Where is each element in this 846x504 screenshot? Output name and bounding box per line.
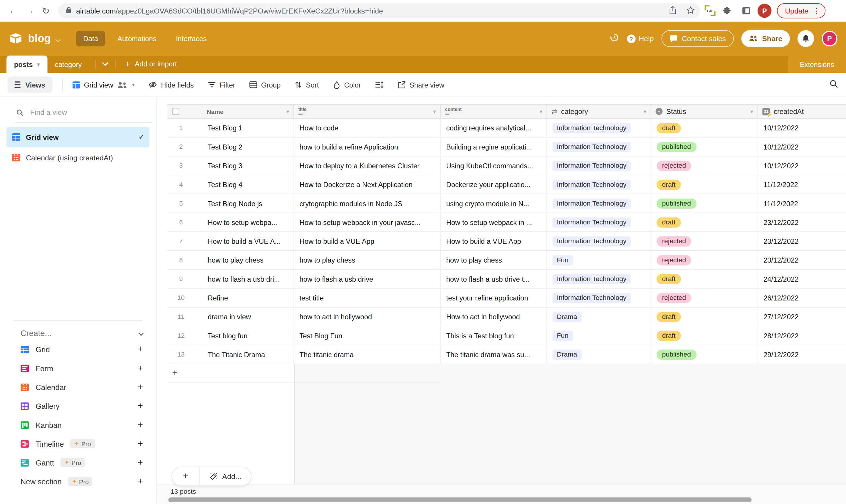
cell-title[interactable]: how to act in hollywood: [294, 307, 441, 326]
table-row[interactable]: 10Refinetest titletest your refine appli…: [167, 289, 846, 307]
create-item-form[interactable]: Form+: [0, 359, 156, 377]
create-item-timeline[interactable]: Timeline✦Pro+: [0, 434, 156, 453]
cell-content[interactable]: Building a regine applicati...: [441, 138, 547, 156]
cell-content[interactable]: The titanic drama was su...: [441, 345, 547, 364]
cell-name[interactable]: How to setup webpa...: [202, 213, 294, 231]
cell-status[interactable]: published: [651, 194, 758, 212]
sidebar-view-grid[interactable]: Grid view✓: [6, 127, 149, 147]
column-header-content[interactable]: content▾: [441, 105, 547, 118]
cell-content[interactable]: test your refine application: [441, 289, 547, 307]
add-record-button[interactable]: +: [172, 471, 199, 482]
cell-createdat[interactable]: 11/12/2022: [758, 194, 846, 212]
filter-button[interactable]: Filter: [208, 81, 235, 89]
notifications-button[interactable]: [797, 30, 814, 47]
cell-category[interactable]: Information Technology: [547, 138, 651, 156]
cell-content[interactable]: using crypto module in N...: [441, 194, 547, 212]
reload-icon[interactable]: ↻: [38, 3, 54, 19]
cell-status[interactable]: rejected: [651, 289, 758, 307]
table-row[interactable]: 6How to setup webpa...How to setup webpa…: [167, 213, 846, 232]
nav-tab-automations[interactable]: Automations: [110, 31, 163, 47]
add-view-plus-icon[interactable]: +: [138, 381, 143, 392]
cell-title[interactable]: crytographic modules in Node JS: [294, 194, 441, 212]
back-icon[interactable]: ←: [5, 3, 21, 19]
cell-name[interactable]: Test Blog 1: [202, 119, 294, 137]
bookmark-star-icon[interactable]: [686, 5, 695, 16]
table-list-chevron-icon[interactable]: [102, 61, 108, 68]
cell-status[interactable]: draft: [651, 270, 758, 288]
cell-category[interactable]: Drama: [547, 345, 651, 364]
cell-createdat[interactable]: 10/12/2022: [758, 138, 846, 156]
cell-createdat[interactable]: 10/12/2022: [758, 119, 846, 137]
user-avatar[interactable]: P: [822, 31, 837, 47]
cell-name[interactable]: Test blog fun: [202, 326, 294, 344]
add-view-plus-icon[interactable]: +: [138, 419, 143, 430]
cell-title[interactable]: test title: [294, 289, 441, 307]
column-header-status[interactable]: ▾Status▾: [651, 105, 758, 118]
browser-profile-avatar[interactable]: P: [758, 4, 772, 18]
cell-name[interactable]: How to build a VUE A...: [202, 232, 294, 250]
extensions-puzzle-icon[interactable]: [719, 3, 735, 19]
table-row[interactable]: 12Test blog funTest Blog FunThis is a Te…: [167, 326, 846, 345]
column-menu-chevron-icon[interactable]: ▾: [286, 108, 289, 114]
cell-createdat[interactable]: 23/12/2022: [758, 232, 846, 250]
group-button[interactable]: Group: [249, 81, 281, 89]
current-view-button[interactable]: Grid view ▾: [72, 81, 134, 89]
column-menu-chevron-icon[interactable]: ▾: [433, 108, 436, 114]
gif-extension-icon[interactable]: GIF: [705, 5, 716, 16]
cell-status[interactable]: draft: [651, 326, 758, 344]
cell-createdat[interactable]: 28/12/2022: [758, 326, 846, 344]
cell-category[interactable]: Information Technology: [547, 157, 651, 175]
cell-title[interactable]: how to build a refine Application: [294, 138, 441, 156]
create-item-calendar[interactable]: Calendar+: [0, 378, 156, 396]
cell-status[interactable]: rejected: [651, 232, 758, 250]
column-header-name[interactable]: Name▾: [202, 105, 294, 118]
cell-title[interactable]: how to flash a usb drive: [294, 270, 441, 288]
cell-category[interactable]: Information Technology: [547, 175, 651, 194]
share-button[interactable]: Share: [742, 30, 790, 47]
cell-createdat[interactable]: 10/12/2022: [758, 157, 846, 175]
cell-createdat[interactable]: 23/12/2022: [758, 213, 846, 231]
column-header-createdat[interactable]: 31⚡createdAt: [758, 105, 846, 118]
sort-button[interactable]: Sort: [295, 81, 319, 89]
airtable-logo[interactable]: [8, 32, 23, 44]
nav-tab-interfaces[interactable]: Interfaces: [169, 31, 214, 47]
cell-status[interactable]: draft: [651, 175, 758, 194]
cell-status[interactable]: published: [651, 138, 758, 156]
cell-createdat[interactable]: 29/12/2022: [758, 345, 846, 364]
cell-title[interactable]: How to setup webpack in your javasc...: [294, 213, 441, 231]
table-row[interactable]: 8how to play chesshow to play chesshow t…: [167, 251, 846, 270]
create-heading[interactable]: Create...: [0, 321, 156, 340]
cell-title[interactable]: Test Blog Fun: [294, 326, 441, 344]
table-row[interactable]: 4Test Blog 4How to Dockerize a Next Appl…: [167, 175, 846, 194]
contact-sales-button[interactable]: Contact sales: [661, 30, 734, 47]
cell-status[interactable]: published: [651, 345, 758, 364]
cell-createdat[interactable]: 11/12/2022: [758, 175, 846, 194]
select-all-cell[interactable]: [167, 105, 202, 118]
create-item-kanban[interactable]: Kanban+: [0, 415, 156, 434]
horizontal-scrollbar[interactable]: [168, 497, 752, 502]
add-view-plus-icon[interactable]: +: [138, 344, 143, 355]
cell-content[interactable]: How to setup webpack in ...: [441, 213, 547, 231]
cell-createdat[interactable]: 27/12/2022: [758, 307, 846, 326]
column-menu-chevron-icon[interactable]: ▾: [644, 108, 646, 114]
table-row[interactable]: 2Test Blog 2how to build a refine Applic…: [167, 138, 846, 156]
table-tab-posts[interactable]: posts▾: [6, 55, 47, 73]
column-menu-chevron-icon[interactable]: ▾: [751, 108, 753, 114]
cell-content[interactable]: Dockerize your applicatio...: [441, 175, 547, 194]
table-row[interactable]: 5Test Blog Node jscrytographic modules i…: [167, 194, 846, 213]
share-page-icon[interactable]: [669, 5, 677, 16]
cell-status[interactable]: draft: [651, 213, 758, 231]
table-menu-chevron-icon[interactable]: ▾: [37, 61, 40, 67]
cell-content[interactable]: This is a Test blog fun: [441, 326, 547, 344]
base-name[interactable]: blog: [28, 32, 51, 44]
side-panel-icon[interactable]: [738, 3, 754, 19]
cell-category[interactable]: Information Technology: [547, 232, 651, 250]
extensions-tab[interactable]: Extensions: [788, 55, 846, 73]
hide-fields-button[interactable]: Hide fields: [149, 81, 194, 89]
cell-name[interactable]: how to play chess: [202, 251, 294, 269]
search-button[interactable]: [829, 79, 839, 90]
add-row[interactable]: +: [167, 364, 440, 383]
cell-category[interactable]: Information Technology: [547, 194, 651, 212]
history-icon[interactable]: [609, 32, 619, 44]
table-row[interactable]: 1Test Blog 1How to codecoding requires a…: [167, 119, 846, 138]
